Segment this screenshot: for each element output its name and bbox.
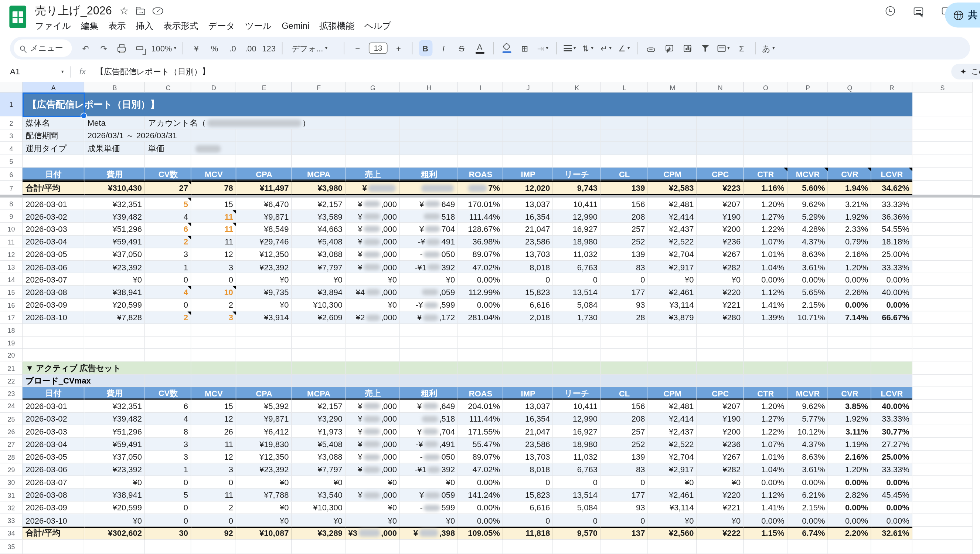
cell-D34[interactable]: 92 [191,527,237,540]
cell-Q7[interactable]: 1.94% [828,181,871,195]
cell-Q35[interactable] [828,540,871,554]
cell-C19[interactable] [145,337,191,349]
cell-J35[interactable] [503,540,553,554]
cell-Q11[interactable]: 0.79% [828,236,871,248]
cell-B17[interactable]: ¥7,828 [84,311,145,324]
cell-M18[interactable] [648,324,697,337]
cell[interactable] [400,129,458,142]
cell-B28[interactable]: ¥37,050 [84,451,145,463]
cell-H6[interactable]: 粗利 [400,168,458,181]
horizontal-align-icon[interactable]: ▾ [563,40,576,56]
cell-L12[interactable]: 139 [600,248,648,261]
cell-P31[interactable]: 6.21% [788,489,828,501]
cell-B25[interactable]: ¥39,482 [84,413,145,425]
cell-O23[interactable]: CTR [744,387,788,400]
cell-L32[interactable]: 93 [600,501,648,514]
cell-R34[interactable]: 32.61% [871,527,913,540]
cell-K25[interactable]: 12,990 [553,413,601,425]
cell-K27[interactable]: 18,980 [553,438,601,450]
cell-A34[interactable]: 合計/平均 [22,527,84,540]
cell-L24[interactable]: 156 [600,400,648,412]
cell-F18[interactable] [292,324,345,337]
col-header-N[interactable]: N [697,82,744,93]
menu-ツール[interactable]: ツール [240,19,277,34]
cell-F26[interactable]: ¥1,973 [292,425,345,438]
cell-C14[interactable]: 0 [145,273,191,286]
cell-L34[interactable]: 137 [600,527,648,540]
cell-Q23[interactable]: CVR [828,387,871,400]
cell-N27[interactable]: ¥236 [697,438,744,450]
cell-S29[interactable] [912,463,972,476]
cell-S33[interactable] [912,514,972,527]
cell-E34[interactable]: ¥10,087 [236,527,292,540]
row-header-17[interactable]: 17 [0,311,22,324]
cell-R19[interactable] [871,337,913,349]
row-header-20[interactable]: 20 [0,349,22,362]
cell-A20[interactable] [22,349,84,362]
cell-A6[interactable]: 日付 [22,168,84,181]
cell[interactable] [788,142,828,155]
cell-G20[interactable] [345,349,400,362]
cell-S13[interactable] [912,261,972,273]
cell-N15[interactable]: ¥220 [697,286,744,299]
cell-A18[interactable] [22,324,84,337]
cell-C15[interactable]: 4 [145,286,191,299]
cell-J16[interactable]: 6,616 [503,299,553,311]
cell-A16[interactable]: 2026-03-09 [22,299,84,311]
cell-O11[interactable]: 1.07% [744,236,788,248]
cell-N33[interactable]: ¥0 [697,514,744,527]
cell-M30[interactable]: ¥0 [648,476,697,489]
row-header-7[interactable]: 7 [0,181,22,195]
row-header-5[interactable]: 5 [0,155,22,168]
cell-C20[interactable] [145,349,191,362]
cell-R6[interactable]: LCVR [871,168,913,181]
select-all-corner[interactable] [0,82,22,93]
cell-S1[interactable] [912,93,972,116]
cell-E31[interactable]: ¥7,788 [236,489,292,501]
cell-N34[interactable]: ¥222 [697,527,744,540]
cell-E30[interactable]: ¥0 [236,476,292,489]
cell[interactable] [697,142,744,155]
cell-B35[interactable] [84,540,145,554]
cell-E19[interactable] [236,337,292,349]
cell-G6[interactable]: 売上 [345,168,400,181]
cell-M15[interactable]: ¥2,461 [648,286,697,299]
table-views-icon[interactable]: ▾ [716,40,730,56]
cell-I5[interactable] [458,155,503,168]
cell-E13[interactable]: ¥23,392 [236,261,292,273]
cell-A30[interactable]: 2026-03-07 [22,476,84,489]
cell-I25[interactable]: 111.44% [458,413,503,425]
cell-G31[interactable]: ¥,000 [345,489,400,501]
cell-F14[interactable]: ¥0 [292,273,345,286]
cell-N7[interactable]: ¥223 [697,181,744,195]
cell-S9[interactable] [912,211,972,223]
cell-J18[interactable] [503,324,553,337]
formula-input[interactable]: 【広告配信レポート（日別）】 [96,66,210,77]
cell-G8[interactable]: ¥,000 [345,198,400,210]
cell-Q33[interactable]: 0.00% [828,514,871,527]
cell-O26[interactable]: 1.22% [744,425,788,438]
cell-D9[interactable]: 11 [191,211,237,223]
cell-K15[interactable]: 13,514 [553,286,601,299]
cell[interactable] [553,375,601,387]
cell-D12[interactable]: 12 [191,248,237,261]
cell-K30[interactable]: 0 [553,476,601,489]
cell-L29[interactable]: 83 [600,463,648,476]
cell[interactable] [503,375,553,387]
row-header-27[interactable]: 27 [0,438,22,450]
cell[interactable] [697,362,744,374]
cell-I28[interactable]: 89.07% [458,451,503,463]
cell-G27[interactable]: ¥,000 [345,438,400,450]
row-header-35[interactable]: 35 [0,540,22,554]
cell-D13[interactable]: 3 [191,261,237,273]
cell[interactable] [600,129,648,142]
cell-H18[interactable] [400,324,458,337]
cell-A33[interactable]: 2026-03-10 [22,514,84,527]
cell-A25[interactable]: 2026-03-02 [22,413,84,425]
cell-O9[interactable]: 1.27% [744,211,788,223]
cell-F15[interactable]: ¥3,894 [292,286,345,299]
cell-S5[interactable] [912,155,972,168]
create-filter-icon[interactable] [698,40,712,56]
cell-S17[interactable] [912,311,972,324]
cell-M17[interactable]: ¥3,879 [648,311,697,324]
